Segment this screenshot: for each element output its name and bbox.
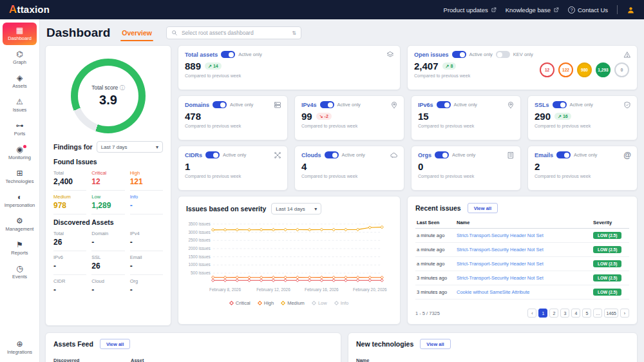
discovered-assets-grid: Total26 Domain- IPv4- IPv6- SSL26 Email-… [53,227,163,298]
found-issues-label: Info [130,194,163,200]
issue-last-seen: 3 minutes ago [415,271,455,285]
issue-name-link[interactable]: Strict-Transport-Security Header Not Set [457,233,544,238]
user-account-icon[interactable] [627,6,635,14]
orgs-active-toggle[interactable] [435,151,449,158]
sidebar-item-dashboard[interactable]: ▦Dashboard [3,23,37,45]
kev-only-toggle[interactable] [496,51,510,58]
product-updates-link[interactable]: Product updates [444,6,497,14]
legend-item-low[interactable]: Low [312,300,327,306]
legend-item-critical[interactable]: Critical [230,300,251,306]
legend-item-high[interactable]: High [258,300,274,306]
medium-count-badge[interactable]: 980 [577,62,592,77]
page-button[interactable]: 3 [560,309,569,318]
open-issues-active-toggle[interactable] [452,51,466,58]
prev-page-button[interactable]: ‹ [527,309,536,318]
domains-active-toggle[interactable] [213,101,227,108]
sidebar-item-issues[interactable]: ⚠Issues [3,94,37,117]
emails-active-toggle[interactable] [556,151,571,158]
info-count-badge[interactable]: 0 [614,62,629,77]
table-row[interactable]: 3 minutes agoCookie without SameSite Att… [415,285,629,300]
page-button[interactable]: 1 [538,309,547,318]
low-count-badge[interactable]: 1,293 [596,62,611,77]
next-page-button[interactable]: › [620,309,629,318]
technologies-icon: ⊞ [16,169,23,177]
last-page-button[interactable]: 1465 [604,309,618,318]
legend-item-info[interactable]: Info [335,300,349,306]
root-asset-select[interactable]: Select root asset's dashboard ⇅ [166,26,301,39]
sidebar-item-label: Dashboard [8,35,32,41]
table-row[interactable]: a minute agoStrict-Transport-Security He… [415,229,629,243]
legend-marker-icon [334,301,339,305]
high-count-badge[interactable]: 122 [558,62,573,77]
new-technologies-view-all-button[interactable]: View all [420,339,450,349]
table-row[interactable]: a minute agoStrict-Transport-Security He… [415,243,629,257]
legend-label: Critical [236,300,251,306]
ipv6s-active-toggle[interactable] [437,101,451,108]
tab-overview[interactable]: Overview [120,26,153,39]
total-assets-active-toggle[interactable] [221,51,235,58]
cidrs-value: 1 [185,161,190,172]
compared-label: Compared to previous week [185,124,281,128]
sidebar-item-ports[interactable]: ⊶Ports [3,118,37,140]
severity-badge: LOW (2.5) [593,289,621,296]
page-button[interactable]: 2 [549,309,558,318]
legend-item-medium[interactable]: Medium [281,300,305,306]
issue-name-link[interactable]: Strict-Transport-Security Header Not Set [457,275,544,281]
sidebar-item-graph[interactable]: ⌬Graph [3,46,37,69]
active-only-label: Active only [570,102,593,108]
sidebar-item-integrations[interactable]: ⊕Integrations [3,336,37,359]
compared-label: Compared to previous week [535,124,630,128]
column-header-name[interactable]: Name [356,357,433,362]
knowledge-base-link[interactable]: Knowledge base [506,6,559,14]
legend-label: Low [318,300,327,306]
sidebar-item-impersonation[interactable]: ◐Impersonation [3,189,37,212]
sidebar-item-events[interactable]: ◷Events [3,261,37,283]
ssls-active-toggle[interactable] [553,101,567,108]
sidebar-item-label: Reports [11,250,28,256]
issue-last-seen: a minute ago [415,229,455,243]
column-header-discovered[interactable]: Discovered [53,357,131,362]
contact-us-link[interactable]: ? Contact Us [568,6,608,14]
column-header-name[interactable]: Name [455,217,592,229]
column-header-severity[interactable]: Severity [592,217,629,229]
card-domains: DomainsActive only 478 Compared to previ… [178,95,288,140]
critical-count-badge[interactable]: 12 [540,62,554,77]
topbar-divider [617,5,618,14]
table-row[interactable]: a minute agoStrict-Transport-Security He… [415,257,629,271]
chart-range-select[interactable]: Last 14 days▾ [271,203,321,214]
assets-feed-view-all-button[interactable]: View all [100,339,130,349]
page-button[interactable]: 5 [582,309,591,318]
issue-name-link[interactable]: Strict-Transport-Security Header Not Set [457,247,544,252]
found-issues-value: 978 [53,201,86,210]
cidrs-active-toggle[interactable] [205,151,220,158]
issue-name-link[interactable]: Strict-Transport-Security Header Not Set [457,261,544,267]
cloud-icon [390,151,398,159]
found-issues-label: High [130,170,163,176]
card-total-assets: Total assets Active only 889 14 Compared… [178,45,401,90]
discovered-assets-label: SSL [91,254,124,260]
recent-issues-view-all-button[interactable]: View all [468,203,498,213]
main-content: Dashboard Overview Select root asset's d… [40,19,644,362]
info-icon[interactable]: ⓘ [120,85,125,91]
issue-name-link[interactable]: Cookie without SameSite Attribute [457,289,529,295]
emails-title: Emails [535,152,553,158]
sidebar-item-assets[interactable]: ◈Assets [3,70,37,93]
topbar: Attaxion Product updates Knowledge base … [0,0,644,19]
sidebar-item-technologies[interactable]: ⊞Technologies [3,166,37,188]
findings-range-select[interactable]: Last 7 days▾ [97,141,163,153]
total-assets-value: 889 [185,61,201,71]
column-header-asset[interactable]: Asset [131,357,144,362]
sidebar-item-management[interactable]: ⚙Management [3,213,37,236]
attaxion-logo[interactable]: Attaxion [9,3,50,16]
chart-title: Issues based on severity [186,205,266,213]
page-button[interactable]: 4 [571,309,580,318]
clouds-active-toggle[interactable] [325,151,339,158]
sidebar-item-monitoring[interactable]: ◉Monitoring [3,142,37,164]
column-header-last-seen[interactable]: Last Seen [415,217,455,229]
active-only-label: Active only [452,152,475,158]
table-row[interactable]: 3 minutes agoStrict-Transport-Security H… [415,271,629,285]
legend-label: Medium [287,300,305,306]
sidebar-item-reports[interactable]: ⚑Reports [3,237,37,260]
ports-icon: ⊶ [16,122,24,129]
ipv4s-active-toggle[interactable] [320,101,334,108]
